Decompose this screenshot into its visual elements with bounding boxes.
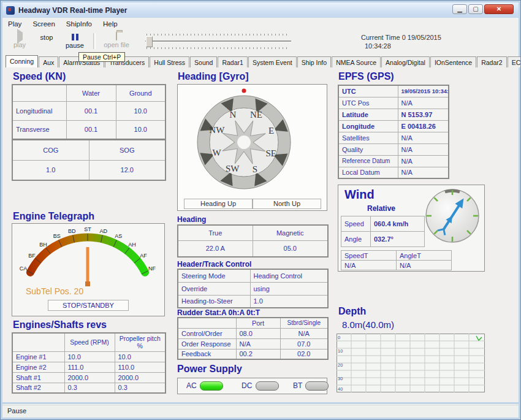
track-table: Steering ModeHeading Control Overrideusi… — [177, 269, 329, 308]
engines-col-pitch: Propeller pitch % — [115, 333, 165, 351]
maximize-button[interactable]: ▢ — [468, 4, 483, 14]
tab-conning[interactable]: Conning — [6, 55, 38, 67]
telegraph-scale-label: BH — [39, 242, 47, 248]
rudder-col-port: Port — [236, 318, 280, 328]
pause-label: pause — [61, 42, 88, 49]
cog-header: COG — [12, 140, 89, 160]
menu-screen[interactable]: Screen — [27, 19, 60, 29]
epfs-row-value: N 5153.97 — [398, 109, 449, 120]
compass-point-nw: NW — [209, 125, 225, 135]
tab-radar1[interactable]: Radar1 — [218, 56, 247, 67]
engine1-speed: 10.0 — [64, 351, 115, 362]
depth-scale-label: 10 — [338, 348, 343, 354]
rudder-stbrd-value: N/A — [280, 328, 328, 338]
tab-nmea-source[interactable]: NMEA Source — [332, 56, 381, 67]
toolbar: play stop pause open file Current Time 0… — [2, 30, 519, 54]
telegraph-gauge: CA BF BH BS BD ST AD AS AH AF NF SubTel … — [12, 223, 165, 316]
menu-shipinfo[interactable]: ShipInfo — [61, 19, 97, 29]
engine2-pitch: 110.0 — [115, 362, 165, 372]
telegraph-scale-label: BF — [28, 253, 36, 259]
stop-button[interactable]: stop — [34, 32, 59, 41]
shaft2-label: Shaft #2 — [12, 383, 64, 393]
epfs-row-label: Quality — [338, 143, 398, 155]
rudder-port-value: N/A — [236, 338, 280, 349]
epfs-panel-title: EPFS (GPS) — [338, 71, 394, 82]
depth-panel-title: Depth — [338, 306, 366, 317]
track-row-label: Override — [178, 282, 250, 295]
slider-groove — [145, 40, 291, 42]
depth-scale-label: 20 — [338, 362, 343, 368]
playback-slider[interactable] — [145, 33, 291, 50]
epfs-row-value: N/A — [398, 132, 449, 143]
minimize-button[interactable]: ▁ — [452, 4, 467, 14]
epfs-row-value: E 00418.26 — [398, 120, 449, 132]
epfs-row-value: N/A — [398, 97, 449, 109]
north-up-button[interactable]: North Up — [253, 199, 321, 209]
rudder-port-value: 00.2 — [236, 349, 280, 359]
epfs-row-label: Latitude — [338, 109, 398, 120]
engine1-pitch: 10.0 — [115, 351, 165, 362]
heading-marker-dot — [242, 89, 246, 93]
wind-speed-label: Speed — [341, 216, 371, 232]
engine2-speed: 111.0 — [64, 362, 115, 372]
gyro-panel-title: Heading [Gyro] — [178, 71, 249, 82]
status-bar: Pause — [2, 404, 519, 418]
track-row-label: Steering Mode — [178, 269, 250, 282]
depth-graph: 0 10 20 30 40 — [337, 334, 485, 392]
power-bt-led — [305, 381, 329, 391]
rudder-row-label: Control/Order — [178, 328, 236, 338]
engines-table: Speed (RPM) Propeller pitch % Engine #11… — [12, 332, 166, 394]
open-file-button[interactable]: open file — [98, 32, 135, 48]
speed-col-water: Water — [66, 85, 116, 101]
speed-row-label: Longitudinal — [12, 101, 66, 120]
wind-true-table: SpeedTAngleT N/AN/A — [341, 250, 452, 270]
rudder-col-stbrd: Stbrd/Single — [280, 318, 328, 328]
telegraph-scale-label: AS — [115, 233, 122, 239]
wind-panel: Wind Relative Speed060.4 km/h Angle032.7… — [338, 185, 485, 272]
stop-standby-button[interactable]: STOP/STANDBY — [48, 300, 129, 311]
tab-radar2[interactable]: Radar2 — [477, 56, 506, 67]
heading-col-magnetic: Magnetic — [253, 225, 328, 240]
engines-col-speed: Speed (RPM) — [64, 333, 115, 351]
engines-panel-title: Engines/Shafts revs — [13, 319, 107, 330]
tab-system-event[interactable]: System Event — [248, 56, 297, 67]
close-button[interactable]: ✕ — [484, 4, 514, 14]
speed-trans-ground: 10.0 — [116, 120, 165, 139]
epfs-table: UTC19/05/2015 10:34:27 UTC PosN/A Latitu… — [338, 85, 449, 179]
tab-ship-info[interactable]: Ship Info — [297, 56, 331, 67]
heading-section-title: Heading — [177, 215, 327, 225]
title-bar[interactable]: Headway VDR Real-time Player ▁ ▢ ✕ — [2, 2, 519, 18]
tab-analog-digital[interactable]: Analog/Digital — [381, 56, 430, 67]
rudder-port-value: 08.0 — [236, 328, 280, 338]
wind-mode: Relative — [338, 204, 424, 213]
power-ac-label: AC — [186, 381, 197, 390]
epfs-row-value: N/A — [398, 155, 449, 167]
play-button[interactable]: play — [7, 32, 32, 48]
tab-sound[interactable]: Sound — [190, 56, 217, 67]
telegraph-scale-label: BD — [68, 228, 76, 234]
epfs-row-label: Reference Datum — [338, 155, 398, 167]
tab-aux[interactable]: Aux — [39, 56, 58, 67]
heading-up-button[interactable]: Heading Up — [184, 199, 253, 209]
track-row-value: Heading Control — [250, 269, 328, 282]
power-panel-title: Power Supply — [177, 364, 242, 375]
menu-help[interactable]: Help — [97, 19, 123, 29]
slider-thumb[interactable] — [146, 36, 153, 47]
compass-point-se: SE — [265, 148, 276, 158]
tab-ionsentence[interactable]: IOnSentence — [430, 56, 476, 67]
pause-icon — [61, 34, 88, 40]
tab-hull-stress[interactable]: Hull Stress — [150, 56, 189, 67]
menu-play[interactable]: Play — [2, 19, 27, 29]
app-window: Headway VDR Real-time Player ▁ ▢ ✕ Play … — [0, 0, 521, 420]
rudder-corner-cell — [178, 318, 236, 328]
wind-angle-label: Angle — [341, 232, 371, 247]
engines-corner-cell — [12, 333, 64, 351]
rudder-row-label: Order Response — [178, 338, 236, 349]
tab-ecdis1[interactable]: ECDIS1 — [508, 56, 521, 67]
wind-speedt-value: N/A — [341, 261, 397, 270]
heading-true-value: 22.0 A — [178, 240, 253, 257]
telegraph-scale-label: CA — [20, 265, 28, 272]
pause-button[interactable]: pause — [61, 32, 88, 49]
speed-corner-cell — [12, 85, 66, 101]
speed-table: Water Ground Longitudinal 00.1 10.0 Tran… — [12, 84, 166, 140]
